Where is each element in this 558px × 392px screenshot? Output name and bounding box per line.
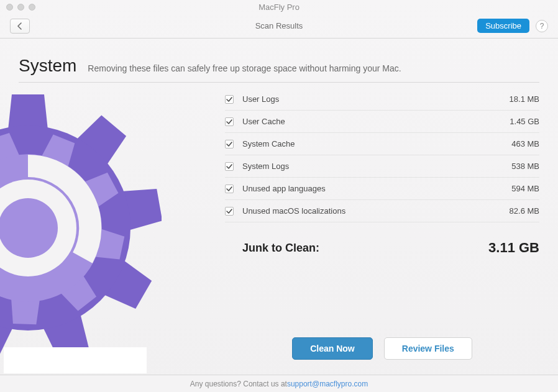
help-button[interactable]: ? [536, 20, 548, 32]
summary-row: Junk to Clean:3.11 GB [225, 240, 539, 256]
list-item: Unused macOS localizations82.6 MB [225, 200, 539, 222]
list-item: User Logs18.1 MB [225, 88, 539, 111]
section-description: Removing these files can safely free up … [88, 63, 401, 73]
item-size: 594 MB [511, 184, 539, 193]
item-label: Unused app languages [242, 184, 511, 193]
checkbox[interactable] [225, 140, 234, 148]
zoom-icon[interactable] [29, 4, 35, 11]
checkbox[interactable] [225, 162, 234, 171]
item-size: 82.6 MB [510, 206, 539, 216]
check-icon [226, 119, 232, 125]
item-size: 18.1 MB [510, 94, 539, 104]
checkbox[interactable] [225, 207, 234, 216]
window-title: MacFly Pro [258, 2, 300, 12]
list-item: Unused app languages594 MB [225, 178, 539, 200]
review-files-button[interactable]: Review Files [384, 337, 472, 360]
clean-now-button[interactable]: Clean Now [292, 337, 373, 360]
chevron-left-icon [17, 22, 22, 30]
checkbox[interactable] [225, 95, 234, 104]
summary-value: 3.11 GB [488, 240, 539, 256]
check-icon [226, 141, 232, 147]
list-item: User Cache1.45 GB [225, 111, 539, 133]
check-icon [226, 96, 232, 103]
item-size: 1.45 GB [510, 117, 539, 126]
section-title: System [19, 56, 76, 76]
svg-point-0 [0, 125, 130, 330]
item-label: User Logs [242, 94, 510, 104]
item-label: Unused macOS localizations [242, 206, 510, 216]
divider [19, 82, 539, 83]
checkbox[interactable] [225, 117, 234, 126]
list-item: System Cache463 MB [225, 133, 539, 155]
titlebar: MacFly Pro [0, 0, 558, 14]
list-item: System Logs538 MB [225, 155, 539, 178]
checkbox[interactable] [225, 185, 234, 193]
subscribe-button[interactable]: Subscribe [477, 19, 529, 33]
app-window: MacFly Pro Scan Results Subscribe ? Syst… [0, 0, 558, 392]
traffic-lights [0, 4, 35, 11]
svg-point-1 [0, 132, 124, 324]
svg-point-3 [0, 198, 58, 258]
toolbar: Scan Results Subscribe ? [0, 14, 558, 39]
blank-overlay [4, 347, 147, 373]
item-label: System Cache [242, 139, 511, 148]
scan-results-list: User Logs18.1 MBUser Cache1.45 GBSystem … [225, 88, 539, 256]
check-icon [226, 208, 232, 214]
item-label: User Cache [242, 117, 510, 126]
item-label: System Logs [242, 162, 511, 171]
content-area: System Removing these files can safely f… [0, 39, 558, 375]
summary-label: Junk to Clean: [242, 242, 488, 255]
page-subtitle: Scan Results [255, 21, 303, 30]
item-size: 538 MB [511, 162, 539, 171]
gear-illustration [0, 94, 162, 362]
back-button[interactable] [10, 19, 30, 34]
support-email-link[interactable]: support@macflypro.com [287, 380, 368, 388]
svg-point-2 [0, 180, 76, 276]
footer-text: Any questions? Contact us at [190, 380, 287, 388]
close-icon[interactable] [6, 4, 13, 11]
check-icon [226, 186, 232, 192]
minimize-icon[interactable] [17, 4, 24, 11]
action-buttons: Clean Now Review Files [225, 337, 539, 360]
check-icon [226, 163, 232, 170]
item-size: 463 MB [511, 139, 539, 148]
footer: Any questions? Contact us at support@mac… [0, 375, 558, 392]
